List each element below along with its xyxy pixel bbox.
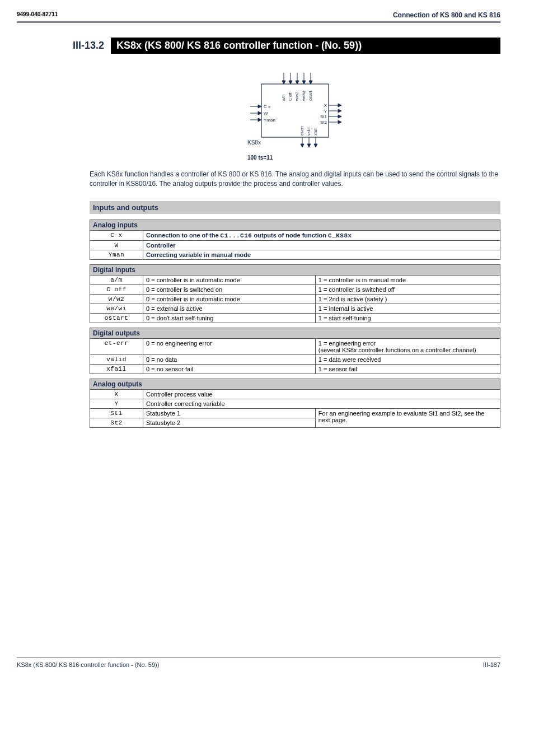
value-0: 0 = controller is in automatic mode <box>143 294 316 304</box>
signal-name: valid <box>90 354 143 364</box>
value-0: 0 = controller is switched on <box>143 284 316 294</box>
signal-name: St2 <box>90 418 143 427</box>
svg-text:Yman: Yman <box>264 118 275 123</box>
value-1: 1 = internal is active <box>315 304 500 313</box>
svg-marker-21 <box>258 118 261 122</box>
signal-note: For an engineering example to evaluate S… <box>315 408 500 427</box>
signal-desc: Controller process value <box>143 389 500 399</box>
signal-name: xfail <box>90 364 143 374</box>
svg-marker-32 <box>338 120 341 124</box>
footer-right: III-187 <box>483 661 500 668</box>
svg-marker-28 <box>338 109 341 113</box>
value-1: 1 = engineering error (several KS8x cont… <box>315 338 500 354</box>
svg-text:C off: C off <box>288 92 292 101</box>
svg-text:a/m: a/m <box>282 94 285 101</box>
value-0: 0 = external is active <box>143 304 316 313</box>
svg-marker-10 <box>309 81 312 84</box>
svg-text:St1: St1 <box>320 114 327 119</box>
body-paragraph: Each KS8x function handles a controller … <box>90 170 500 189</box>
svg-marker-4 <box>289 81 292 84</box>
digital-inputs-table: Digital inputs a/m 0 = controller is in … <box>90 264 500 323</box>
group-title: Analog outputs <box>90 379 500 389</box>
svg-text:X: X <box>324 103 327 108</box>
signal-desc: Controller correcting variable <box>143 399 500 408</box>
heading-title: KS8x (KS 800/ KS 816 controller function… <box>111 38 500 54</box>
svg-text:xfail: xfail <box>313 128 317 136</box>
svg-text:Y: Y <box>324 109 327 114</box>
diagram-caption: 100 ts=11 <box>231 155 359 161</box>
signal-name: we/wi <box>90 304 143 313</box>
svg-text:ostart: ostart <box>308 91 312 101</box>
signal-name: et-err <box>90 338 143 354</box>
value-1: 1 = sensor fail <box>315 364 500 374</box>
svg-text:C x: C x <box>264 104 270 109</box>
value-1: 1 = controller is in manual mode <box>315 275 500 284</box>
svg-text:valid: valid <box>307 127 311 136</box>
signal-desc: Controller <box>143 240 500 250</box>
group-title: Digital outputs <box>90 328 500 338</box>
signal-name: C x <box>90 230 143 240</box>
block-diagram: a/m C off w/w2 we/wi ostart C x W <box>90 67 500 162</box>
signal-name: Yman <box>90 250 143 259</box>
signal-name: C off <box>90 284 143 294</box>
analog-inputs-table: Analog inputs C x Connection to one of t… <box>90 220 500 260</box>
svg-marker-6 <box>296 81 299 84</box>
signal-name: W <box>90 240 143 250</box>
value-1: 1 = 2nd is active (safety ) <box>315 294 500 304</box>
signal-desc: Connection to one of the C1...C16 output… <box>143 230 500 240</box>
value-0: 0 = no engineering error <box>143 338 316 354</box>
value-1: 1 = start self-tuning <box>315 313 500 323</box>
svg-marker-38 <box>301 144 304 147</box>
svg-text:et-err: et-err <box>300 126 304 136</box>
signal-name: w/w2 <box>90 294 143 304</box>
svg-marker-40 <box>307 144 311 147</box>
value-1: 1 = controller is switched off <box>315 284 500 294</box>
signal-name: ostart <box>90 313 143 323</box>
value-0: 0 = don't start self-tuning <box>143 313 316 323</box>
io-heading: Inputs and outputs <box>90 201 500 214</box>
value-0: 0 = no data <box>143 354 316 364</box>
svg-marker-17 <box>258 105 261 108</box>
value-0: 0 = no sensor fail <box>143 364 316 374</box>
footer-left: KS8x (KS 800/ KS 816 controller function… <box>17 661 159 668</box>
svg-marker-19 <box>258 111 261 115</box>
group-title: Analog inputs <box>90 220 500 230</box>
signal-desc: Correcting variable in manual mode <box>143 250 500 259</box>
svg-text:we/wi: we/wi <box>302 91 306 101</box>
signal-name: St1 <box>90 408 143 418</box>
heading-number: III-13.2 <box>17 38 111 54</box>
svg-marker-26 <box>338 104 341 107</box>
signal-name: X <box>90 389 143 399</box>
value-1: 1 = data were received <box>315 354 500 364</box>
group-title: Digital inputs <box>90 264 500 275</box>
signal-desc: Statusbyte 1 <box>143 408 316 418</box>
analog-outputs-table: Analog outputs X Controller process valu… <box>90 379 500 428</box>
svg-text:w/w2: w/w2 <box>295 92 299 101</box>
svg-text:St2: St2 <box>320 120 327 125</box>
svg-text:KS8x: KS8x <box>247 139 261 146</box>
digital-outputs-table: Digital outputs et-err 0 = no engineerin… <box>90 328 500 374</box>
svg-marker-42 <box>314 144 317 147</box>
svg-marker-30 <box>338 115 341 118</box>
section-title: Connection of KS 800 and KS 816 <box>393 11 500 19</box>
doc-id: 9499-040-82711 <box>17 11 58 19</box>
signal-desc: Statusbyte 2 <box>143 418 316 427</box>
svg-marker-2 <box>282 81 285 84</box>
signal-name: a/m <box>90 275 143 284</box>
value-0: 0 = controller is in automatic mode <box>143 275 316 284</box>
svg-text:W: W <box>264 111 268 116</box>
signal-name: Y <box>90 399 143 408</box>
svg-marker-8 <box>302 81 306 84</box>
